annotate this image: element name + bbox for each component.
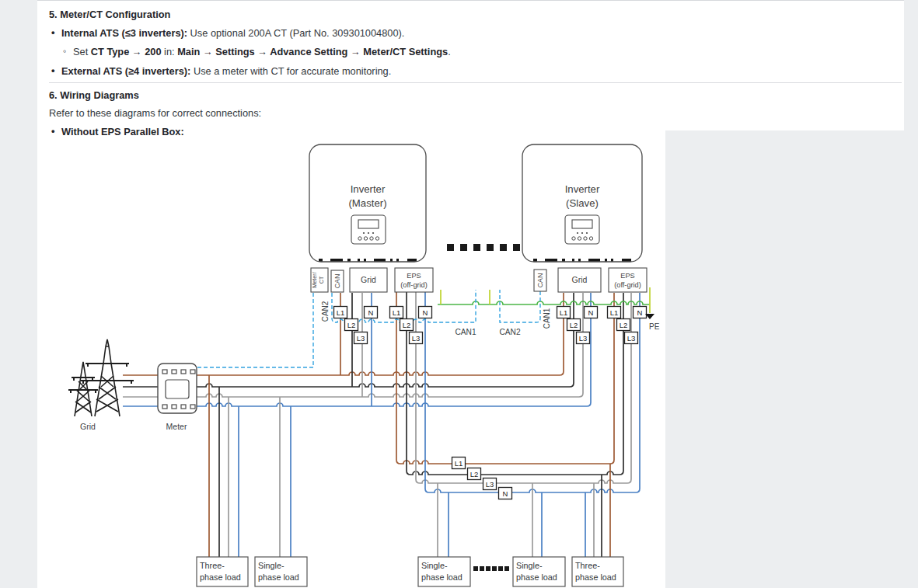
terminal-tick	[330, 259, 343, 262]
wire-chip-label-n: N	[588, 308, 594, 317]
port-eps-slave-label-1: EPS	[620, 272, 634, 280]
port-eps-slave-label-2: (off-grid)	[614, 281, 641, 289]
load-three-phase-left: Three- phase load	[197, 557, 248, 586]
wire-chip-label-l2: L2	[620, 321, 628, 329]
terminal-tick	[319, 259, 323, 262]
load-label: phase load	[575, 572, 616, 582]
ellipsis-square	[513, 244, 520, 251]
section6-intro: Refer to these diagrams for correct conn…	[49, 107, 261, 119]
load-label: Three-	[575, 561, 600, 570]
load-three-phase-right: Three- phase load	[572, 557, 623, 586]
port-grid-slave: Grid	[558, 268, 601, 292]
terminal-tick	[358, 259, 360, 262]
grid-towers-icon	[68, 339, 134, 416]
load-label: phase load	[421, 572, 462, 582]
pe-ground: PE	[645, 314, 660, 331]
terminal-tick	[390, 259, 393, 262]
inverter-slave-label-1: Inverter	[565, 183, 600, 195]
more-inverters-ellipsis	[447, 244, 520, 251]
can2-label: CAN2	[499, 328, 521, 336]
port-can-slave-label: CAN	[536, 273, 544, 288]
terminal-tick	[396, 259, 399, 262]
wire-chip-label-l3: L3	[412, 334, 421, 343]
terminal-tick	[588, 259, 600, 262]
wire-chip-label-l1: L1	[393, 308, 401, 317]
port-eps-master-label-2: (off-grid)	[400, 281, 428, 289]
load-label: phase load	[258, 572, 299, 582]
section6-heading: 6. Wiring Diagrams	[49, 89, 139, 101]
sub-part-1: CT Type → 200	[91, 46, 162, 57]
wire-chip-label-l1: L1	[610, 308, 619, 317]
section5-bullet1: Internal ATS (≤3 inverters): Use optiona…	[61, 27, 404, 39]
wire-chip-label-l2: L2	[570, 321, 578, 329]
wire-chip-label-l1: L1	[337, 308, 345, 317]
wire-chip-label-l3: L3	[357, 334, 365, 343]
document-page: 5. Meter/CT Configuration Internal ATS (…	[0, 0, 918, 588]
wire	[332, 290, 476, 322]
sub-part-4: .	[448, 46, 451, 57]
wire	[197, 293, 313, 367]
load-label: phase load	[516, 572, 557, 582]
load-label: Three-	[200, 561, 225, 570]
port-can-master-label: CAN	[333, 274, 341, 289]
wire-chip-label-l3: L3	[579, 334, 588, 343]
terminal-tick	[572, 259, 574, 262]
wiring-diagram-svg: Inverter (Master) Inverter (Slave)	[61, 137, 665, 588]
wire	[197, 293, 574, 387]
wire	[416, 292, 631, 483]
wire-chip-label-l3: L3	[627, 334, 636, 343]
wire-chip-label-l2: L2	[470, 470, 479, 478]
section5-bullet2: External ATS (≥4 inverters): Use a meter…	[61, 65, 391, 77]
ellipsis-square	[487, 244, 494, 251]
port-can-master: CAN	[331, 270, 344, 292]
ellipsis-square	[473, 244, 480, 251]
terminal-tick	[374, 259, 386, 262]
wire-chip-label-n: N	[368, 308, 374, 317]
can1-port-label: CAN1	[543, 308, 551, 329]
section6-bullet: Without EPS Parallel Box:	[61, 126, 184, 137]
bullet2-rest: Use a meter with CT for accurate monitor…	[190, 65, 391, 77]
sub-part-0: Set	[73, 46, 91, 57]
ellipsis-square	[492, 566, 497, 571]
terminal-tick	[605, 259, 607, 262]
wire-label-chips: L1L2L3NL1L2L3NL1L2L3NL1L2L3NL1L2L3N	[334, 307, 647, 499]
ellipsis-square	[486, 566, 490, 571]
right-margin	[665, 130, 918, 588]
port-can-slave: CAN	[534, 270, 546, 291]
bullet1-bold: Internal ATS (≤3 inverters):	[61, 27, 187, 39]
port-meter-ct-label-2: CT	[318, 276, 325, 284]
sub-part-3: Main → Settings → Advance Setting → Mete…	[177, 46, 448, 57]
load-boxes: Three- phase load Single- phase load Sin…	[197, 557, 623, 586]
wire	[500, 290, 540, 322]
terminal-tick	[364, 259, 366, 262]
load-label: Single-	[258, 561, 284, 570]
terminal-tick	[407, 259, 417, 262]
load-single-phase-right: Single- phase load	[513, 557, 565, 586]
ellipsis-square	[460, 244, 467, 251]
load-single-phase-mid: Single- phase load	[418, 557, 470, 586]
port-meter-ct: Meter/ CT	[311, 268, 328, 292]
load-label: Single-	[516, 561, 543, 570]
ellipsis-square	[480, 566, 484, 571]
can1-label: CAN1	[455, 328, 476, 336]
ellipsis-square	[473, 566, 478, 571]
wire-chip-label-n: N	[503, 489, 508, 498]
bullet3-bold: Without EPS Parallel Box:	[61, 126, 184, 137]
section-divider	[49, 82, 902, 83]
wire-chip-label-l1: L1	[455, 459, 463, 468]
bullet2-bold: External ATS (≥4 inverters):	[61, 65, 190, 77]
more-loads-ellipsis	[473, 566, 509, 571]
port-eps-slave: EPS (off-grid)	[609, 268, 647, 292]
inverter-slave: Inverter (Slave)	[522, 144, 642, 262]
can2-port-label: CAN2	[321, 301, 330, 322]
terminal-tick	[562, 259, 565, 262]
port-grid-slave-label: Grid	[572, 275, 588, 284]
section5-subbullet: Set CT Type → 200 in: Main → Settings → …	[73, 46, 451, 57]
port-grid-master-label: Grid	[361, 275, 376, 284]
wiring-diagram: Inverter (Master) Inverter (Slave)	[61, 137, 665, 588]
terminal-tick	[611, 259, 613, 262]
port-grid-master: Grid	[350, 268, 387, 292]
meter-icon	[158, 364, 197, 413]
wire-chip-label-l1: L1	[560, 308, 568, 317]
ellipsis-square	[498, 566, 503, 571]
